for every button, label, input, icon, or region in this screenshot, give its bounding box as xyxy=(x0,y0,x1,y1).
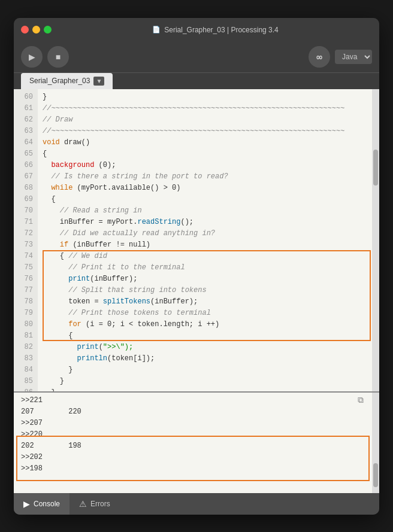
code-line: // Is there a string in the port to read… xyxy=(43,171,367,183)
console-panel: >>221207 220>>207>>220202 198>>202>>198 … xyxy=(14,391,379,493)
console-content-wrap: >>221207 220>>207>>220202 198>>202>>198 … xyxy=(14,393,379,493)
console-line: >>202 xyxy=(21,452,365,463)
maximize-button[interactable] xyxy=(44,26,52,34)
tab-serial-grapher[interactable]: Serial_Grapher_03 ▼ xyxy=(21,73,113,89)
code-scrollbar[interactable] xyxy=(372,89,379,391)
code-line: print(inBuffer); xyxy=(43,273,367,285)
console-icon: ▶ xyxy=(23,499,30,509)
line-number: 63 xyxy=(19,126,33,137)
toolbar: ▶ ■ ∞ Java xyxy=(14,42,379,73)
line-number: 78 xyxy=(19,296,33,308)
code-line: // Did we actually read anything in? xyxy=(43,228,367,239)
code-line: // Print it to the terminal xyxy=(43,262,367,273)
code-line: { xyxy=(43,148,367,160)
line-number: 72 xyxy=(19,228,33,239)
errors-icon: ⚠ xyxy=(79,499,87,509)
code-line: } xyxy=(43,387,367,391)
line-number: 70 xyxy=(19,205,33,217)
console-line: 202 198 xyxy=(21,440,365,452)
close-button[interactable] xyxy=(21,26,29,34)
mode-selector[interactable]: Java xyxy=(335,50,372,64)
line-number: 69 xyxy=(19,194,33,205)
stop-icon: ■ xyxy=(56,52,61,62)
debug-button[interactable]: ∞ xyxy=(309,46,330,68)
console-scrollbar[interactable] xyxy=(372,393,379,493)
line-number: 83 xyxy=(19,353,33,364)
toolbar-right: ∞ Java xyxy=(309,46,372,68)
tab-errors[interactable]: ⚠ Errors xyxy=(69,493,120,515)
debug-icon: ∞ xyxy=(316,51,322,63)
console-scrollbar-thumb[interactable] xyxy=(373,463,378,487)
line-number: 76 xyxy=(19,273,33,285)
console-line: 207 220 xyxy=(21,406,365,418)
code-line: } xyxy=(43,364,367,376)
code-line: if (inBuffer != null) xyxy=(43,239,367,251)
tab-console[interactable]: ▶ Console xyxy=(14,493,69,515)
line-number: 71 xyxy=(19,217,33,228)
line-number: 68 xyxy=(19,183,33,194)
console-line: >>207 xyxy=(21,418,365,429)
titlebar: 📄 Serial_Grapher_03 | Processing 3.4 xyxy=(14,18,379,42)
line-number: 82 xyxy=(19,342,33,353)
minimize-button[interactable] xyxy=(32,26,40,34)
tabs-bar: Serial_Grapher_03 ▼ xyxy=(14,73,379,89)
line-number: 86 xyxy=(19,387,33,391)
console-tab-label: Console xyxy=(34,500,60,508)
file-icon: 📄 xyxy=(152,26,161,34)
code-line: { xyxy=(43,194,367,205)
line-number: 61 xyxy=(19,103,33,114)
code-editor[interactable]: 6061626364656667686970717273747576777879… xyxy=(14,89,379,391)
line-number: 73 xyxy=(19,239,33,251)
play-icon: ▶ xyxy=(29,52,35,62)
code-line: // Print those tokens to terminal xyxy=(43,308,367,319)
code-line: print(">>\"); xyxy=(43,342,367,353)
code-line: //~~~~~~~~~~~~~~~~~~~~~~~~~~~~~~~~~~~~~~… xyxy=(43,103,367,114)
app-window: 📄 Serial_Grapher_03 | Processing 3.4 ▶ ■… xyxy=(14,18,379,515)
code-line: //~~~~~~~~~~~~~~~~~~~~~~~~~~~~~~~~~~~~~~… xyxy=(43,126,367,137)
code-scroll-container: 6061626364656667686970717273747576777879… xyxy=(14,89,372,391)
tab-dropdown-button[interactable]: ▼ xyxy=(93,77,104,86)
code-scrollbar-thumb[interactable] xyxy=(373,150,378,186)
line-number: 60 xyxy=(19,92,33,103)
errors-tab-label: Errors xyxy=(90,500,110,508)
line-number: 66 xyxy=(19,160,33,171)
window-title: Serial_Grapher_03 | Processing 3.4 xyxy=(164,26,279,34)
code-line: void draw() xyxy=(43,137,367,148)
code-line: while (myPort.available() > 0) xyxy=(43,183,367,194)
line-number: 67 xyxy=(19,171,33,183)
bottom-tabs-bar: ▶ Console ⚠ Errors xyxy=(14,493,379,515)
titlebar-title: 📄 Serial_Grapher_03 | Processing 3.4 xyxy=(59,26,372,34)
code-line: inBuffer = myPort.readString(); xyxy=(43,217,367,228)
code-line: { xyxy=(43,330,367,342)
code-line: background (0); xyxy=(43,160,367,171)
console-line: >>198 xyxy=(21,463,365,475)
stop-button[interactable]: ■ xyxy=(47,46,69,68)
line-number: 75 xyxy=(19,262,33,273)
code-line: println(token[i]); xyxy=(43,353,367,364)
console-copy-button[interactable]: ⧉ xyxy=(358,395,364,405)
line-number: 77 xyxy=(19,285,33,296)
code-line: } xyxy=(43,376,367,387)
code-line: // Read a string in xyxy=(43,205,367,217)
run-button[interactable]: ▶ xyxy=(21,46,43,68)
console-line: >>221 xyxy=(21,395,365,406)
line-number: 85 xyxy=(19,376,33,387)
code-lines: }//~~~~~~~~~~~~~~~~~~~~~~~~~~~~~~~~~~~~~… xyxy=(38,89,372,391)
code-line: for (i = 0; i < token.length; i ++) xyxy=(43,319,367,330)
line-number: 84 xyxy=(19,364,33,376)
console-line: >>220 xyxy=(21,429,365,440)
line-number: 65 xyxy=(19,148,33,160)
code-line: } xyxy=(43,92,367,103)
code-line: // Draw xyxy=(43,114,367,126)
line-number: 64 xyxy=(19,137,33,148)
line-number: 79 xyxy=(19,308,33,319)
line-number: 62 xyxy=(19,114,33,126)
line-number: 74 xyxy=(19,251,33,262)
console-output: >>221207 220>>207>>220202 198>>202>>198 xyxy=(14,393,372,477)
code-line: // Split that string into tokens xyxy=(43,285,367,296)
traffic-lights xyxy=(21,26,52,34)
line-number: 80 xyxy=(19,319,33,330)
line-numbers: 6061626364656667686970717273747576777879… xyxy=(14,89,38,391)
code-line: { // We did xyxy=(43,251,367,262)
code-line: token = splitTokens(inBuffer); xyxy=(43,296,367,308)
